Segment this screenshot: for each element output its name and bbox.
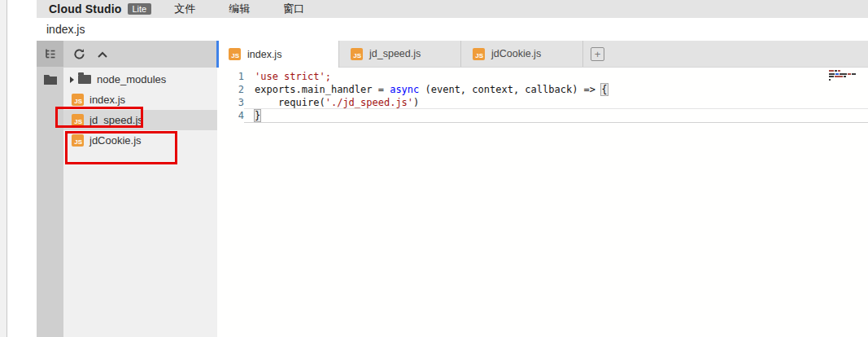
file-tree: node_modules JS index.js JS jd_speed.js …: [63, 68, 217, 151]
tree-item-label: node_modules: [97, 73, 166, 85]
code-line[interactable]: 1'use strict';: [217, 70, 868, 83]
tree-item-jdcookie-js[interactable]: JS jdCookie.js: [63, 130, 217, 151]
line-number: 3: [217, 96, 244, 109]
tab-jdcookie-js[interactable]: JS jdCookie.js: [461, 41, 583, 67]
tree-item-node-modules[interactable]: node_modules: [63, 69, 217, 90]
menu-file[interactable]: 文件: [174, 2, 195, 16]
js-file-icon: JS: [473, 48, 485, 60]
activity-folder-button[interactable]: [37, 67, 63, 93]
chevron-right-icon: [70, 77, 74, 83]
code-line[interactable]: 3 require('./jd_speed.js'): [217, 96, 868, 109]
js-file-icon: JS: [72, 134, 84, 147]
list-tree-icon: [44, 47, 57, 60]
tab-label: jd_speed.js: [369, 48, 421, 59]
top-menu-bar: Cloud Studio Lite 文件 编辑 窗口: [37, 0, 868, 18]
editor-accent-bar: [216, 41, 219, 68]
tree-item-label: jd_speed.js: [89, 114, 143, 126]
js-file-icon: JS: [351, 48, 363, 60]
code-line[interactable]: 4}: [217, 109, 868, 122]
tab-bar: JS index.js JS jd_speed.js JS jdCookie.j…: [217, 41, 868, 68]
app-logo: Cloud Studio: [49, 2, 122, 15]
code-lines: 1'use strict';2exports.main_handler = as…: [217, 70, 868, 122]
line-number: 2: [217, 83, 244, 96]
activity-explorer-button[interactable]: [37, 41, 63, 67]
activity-bar: [37, 41, 63, 337]
refresh-button[interactable]: [72, 47, 86, 62]
menu-window[interactable]: 窗口: [283, 2, 304, 16]
lite-badge: Lite: [128, 3, 152, 15]
tree-item-label: index.js: [89, 94, 125, 106]
collapse-all-button[interactable]: [95, 47, 110, 62]
tab-index-js[interactable]: JS index.js: [217, 41, 339, 68]
menu-bar: 文件 编辑 窗口: [174, 2, 304, 16]
line-number: 4: [217, 109, 244, 122]
line-number: 1: [217, 70, 244, 83]
tree-item-index-js[interactable]: JS index.js: [63, 90, 217, 110]
folder-icon: [43, 74, 58, 85]
code-editor[interactable]: 1'use strict';2exports.main_handler = as…: [217, 68, 868, 337]
minimap[interactable]: [829, 70, 861, 81]
plus-icon: +: [591, 47, 604, 61]
explorer-toolbar: [63, 41, 217, 68]
folder-icon: [78, 75, 91, 84]
js-file-icon: JS: [72, 114, 84, 126]
tab-jd-speed-js[interactable]: JS jd_speed.js: [339, 41, 461, 67]
window-title: index.js: [46, 23, 85, 36]
tab-label: index.js: [247, 49, 281, 60]
explorer-panel: node_modules JS index.js JS jd_speed.js …: [63, 41, 217, 337]
refresh-icon: [73, 48, 85, 60]
page-left-scroll-strip: [0, 0, 7, 337]
js-file-icon: JS: [229, 48, 241, 60]
editor-group: JS index.js JS jd_speed.js JS jdCookie.j…: [217, 41, 868, 337]
tree-item-jd-speed-js[interactable]: JS jd_speed.js: [63, 110, 217, 130]
js-file-icon: JS: [72, 94, 84, 106]
code-line[interactable]: 2exports.main_handler = async (event, co…: [217, 83, 868, 96]
new-tab-button[interactable]: +: [583, 41, 604, 67]
chevron-up-icon: [97, 50, 108, 59]
tab-label: jdCookie.js: [491, 48, 541, 59]
menu-edit[interactable]: 编辑: [229, 2, 250, 16]
window-title-bar: index.js: [7, 18, 868, 41]
tree-item-label: jdCookie.js: [89, 134, 142, 147]
